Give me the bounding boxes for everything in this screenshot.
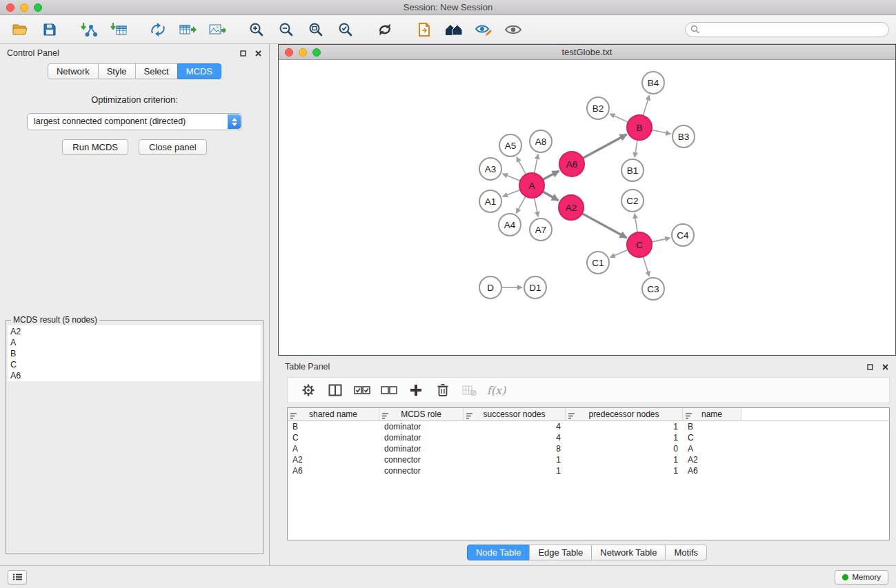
graph-edge-A6-B[interactable] bbox=[583, 134, 627, 158]
deselect-all-button[interactable] bbox=[375, 380, 402, 401]
table-cell[interactable]: 1 bbox=[464, 465, 566, 476]
table-row[interactable]: Bdominator41B bbox=[288, 421, 889, 432]
zoom-fit-button[interactable] bbox=[304, 19, 328, 41]
graph-node-D[interactable]: D bbox=[479, 276, 501, 298]
zoom-selected-button[interactable] bbox=[334, 19, 357, 41]
panel-splitter[interactable] bbox=[270, 44, 278, 565]
table-cell[interactable]: A bbox=[288, 443, 379, 454]
table-cell[interactable]: 1 bbox=[566, 465, 683, 476]
mcds-result-item[interactable]: C bbox=[8, 359, 261, 370]
network-graph[interactable]: B4B2BB3A5A8A6B1A3AC2A1A2A4A7C4CC1C3DD1 bbox=[279, 60, 895, 355]
graph-node-C4[interactable]: C4 bbox=[672, 224, 694, 246]
graph-node-A[interactable]: A bbox=[519, 173, 544, 198]
table-row[interactable]: A2connector11A2 bbox=[288, 454, 889, 465]
run-mcds-button[interactable]: Run MCDS bbox=[62, 139, 128, 155]
mcds-result-item[interactable]: B bbox=[8, 348, 261, 359]
graph-edge-A-A1[interactable] bbox=[503, 190, 520, 196]
table-cell[interactable]: connector bbox=[379, 454, 464, 465]
graph-node-A3[interactable]: A3 bbox=[479, 158, 501, 180]
table-cell[interactable]: C bbox=[288, 432, 379, 443]
graph-node-C[interactable]: C bbox=[627, 232, 652, 257]
open-session-button[interactable] bbox=[8, 19, 32, 41]
table-cell[interactable]: 4 bbox=[464, 421, 566, 432]
tab-node-table[interactable]: Node Table bbox=[467, 545, 530, 560]
graph-node-B[interactable]: B bbox=[627, 115, 652, 140]
tab-mcds[interactable]: MCDS bbox=[177, 63, 221, 79]
graph-edge-C-C4[interactable] bbox=[652, 238, 670, 242]
float-table-panel-button[interactable] bbox=[866, 363, 874, 371]
home-button[interactable] bbox=[442, 19, 466, 41]
criterion-dropdown[interactable]: largest connected component (directed) bbox=[27, 113, 242, 130]
table-cell[interactable]: 4 bbox=[464, 432, 566, 443]
export-table-button[interactable] bbox=[176, 19, 199, 41]
network-canvas[interactable]: B4B2BB3A5A8A6B1A3AC2A1A2A4A7C4CC1C3DD1 bbox=[279, 60, 895, 355]
tab-network[interactable]: Network bbox=[48, 63, 99, 79]
graph-edge-A-A5[interactable] bbox=[517, 157, 526, 174]
table-cell[interactable]: A6 bbox=[683, 465, 741, 476]
apply-layout-button[interactable] bbox=[373, 19, 397, 41]
graph-node-A6[interactable]: A6 bbox=[559, 152, 584, 176]
graph-node-B4[interactable]: B4 bbox=[642, 72, 664, 94]
zoom-in-button[interactable] bbox=[245, 19, 268, 41]
export-network-button[interactable] bbox=[146, 19, 170, 41]
close-table-panel-button[interactable] bbox=[881, 363, 889, 371]
table-row[interactable]: Adominator80A bbox=[288, 443, 889, 454]
search-input[interactable] bbox=[699, 23, 888, 36]
table-cell[interactable]: A bbox=[683, 443, 741, 454]
table-cell[interactable]: B bbox=[683, 421, 741, 432]
table-cell[interactable]: A6 bbox=[288, 465, 379, 476]
graph-node-A8[interactable]: A8 bbox=[530, 130, 552, 152]
import-network-button[interactable] bbox=[77, 19, 101, 41]
close-panel-icon-button[interactable] bbox=[254, 49, 262, 57]
mcds-result-item[interactable]: A bbox=[8, 337, 261, 348]
graph-edge-B-B4[interactable] bbox=[643, 95, 649, 116]
table-cell[interactable]: 0 bbox=[566, 443, 683, 454]
memory-button[interactable]: Memory bbox=[835, 570, 888, 585]
table-cell[interactable]: dominator bbox=[379, 421, 464, 432]
open-panel-button[interactable] bbox=[412, 19, 436, 41]
graph-node-A2[interactable]: A2 bbox=[559, 195, 584, 220]
graph-edge-C-C3[interactable] bbox=[643, 256, 649, 276]
mcds-result-item[interactable]: A2 bbox=[8, 326, 261, 337]
table-cell[interactable]: 1 bbox=[464, 454, 566, 465]
table-cell[interactable]: 1 bbox=[566, 432, 683, 443]
graph-node-A7[interactable]: A7 bbox=[530, 219, 552, 241]
graph-edge-A-A7[interactable] bbox=[535, 198, 539, 217]
graph-edge-C-C1[interactable] bbox=[610, 250, 628, 257]
table-cell[interactable]: A2 bbox=[683, 454, 741, 465]
graph-edge-A-A8[interactable] bbox=[535, 154, 539, 174]
graph-edge-C-C2[interactable] bbox=[635, 214, 637, 232]
graph-edge-B-B3[interactable] bbox=[652, 130, 671, 134]
graph-node-C1[interactable]: C1 bbox=[587, 252, 609, 274]
column-header-successor-nodes[interactable]: successor nodes bbox=[464, 408, 566, 421]
mcds-result-item[interactable]: A6 bbox=[8, 370, 261, 381]
graph-node-B2[interactable]: B2 bbox=[587, 97, 609, 119]
table-cell[interactable]: dominator bbox=[379, 432, 464, 443]
search-field[interactable] bbox=[685, 22, 889, 37]
table-row[interactable]: A6connector11A6 bbox=[288, 465, 889, 476]
table-cell[interactable]: C bbox=[683, 432, 741, 443]
table-cell[interactable]: 1 bbox=[566, 454, 683, 465]
graph-edge-A-A3[interactable] bbox=[503, 174, 521, 181]
table-cell[interactable]: connector bbox=[379, 465, 464, 476]
graph-node-D1[interactable]: D1 bbox=[524, 276, 546, 298]
delete-column-button[interactable] bbox=[429, 380, 456, 401]
float-panel-button[interactable] bbox=[239, 49, 247, 57]
graph-node-A1[interactable]: A1 bbox=[479, 190, 501, 212]
select-all-button[interactable] bbox=[348, 380, 375, 401]
table-cell[interactable]: 8 bbox=[464, 443, 566, 454]
graph-edge-A-A2[interactable] bbox=[543, 192, 559, 201]
graph-edge-A-A4[interactable] bbox=[516, 196, 526, 214]
column-header-shared-name[interactable]: shared name bbox=[288, 408, 379, 421]
tab-style[interactable]: Style bbox=[98, 63, 136, 79]
table-cell[interactable]: B bbox=[288, 421, 379, 432]
style-preview-button[interactable] bbox=[472, 19, 495, 41]
graph-edge-A2-C[interactable] bbox=[582, 214, 627, 238]
close-panel-button[interactable]: Close panel bbox=[139, 139, 207, 155]
zoom-out-button[interactable] bbox=[275, 19, 298, 41]
column-header-MCDS-role[interactable]: MCDS role bbox=[379, 408, 464, 421]
graph-edge-B-B1[interactable] bbox=[635, 140, 637, 157]
table-cell[interactable]: dominator bbox=[379, 443, 464, 454]
column-header-predecessor-nodes[interactable]: predecessor nodes bbox=[566, 408, 683, 421]
export-image-button[interactable] bbox=[206, 19, 229, 41]
